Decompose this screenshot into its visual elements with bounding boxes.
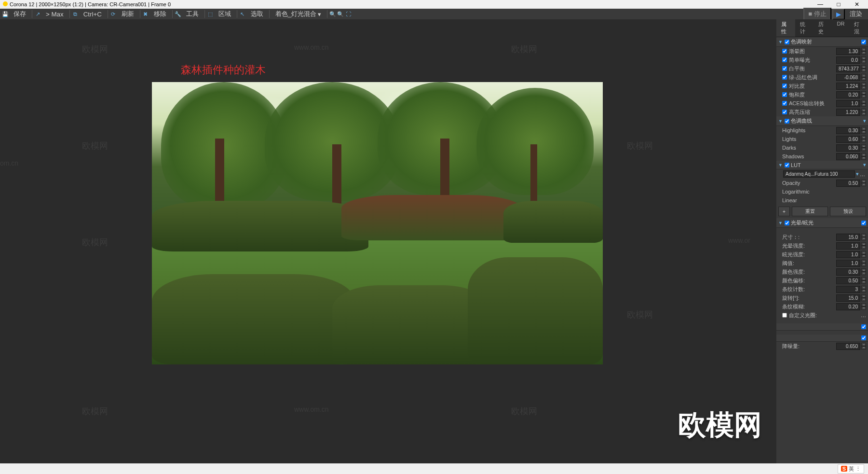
browse-button[interactable]: … [860,171,865,177]
section-curve[interactable]: ▼ 色调曲线 ▾ [776,116,868,126]
spinner-down[interactable]: ▾ [861,263,866,266]
prop-value[interactable]: -0.068 [836,74,860,81]
prop-checkbox[interactable] [782,66,787,71]
section-lut[interactable]: ▼ LUT ▾ [776,161,868,169]
prop-checkbox[interactable] [782,84,787,88]
reset-button[interactable]: 重置 [792,207,828,216]
spinner-up[interactable]: ▴ [861,277,866,280]
toggle-checkbox[interactable] [861,335,866,340]
spinner-down[interactable]: ▾ [861,237,866,240]
viewport[interactable]: 森林插件种的灌木 欧模网 www.om.cn 欧模网 欧模网 om.cn 欧模网… [0,19,776,463]
play-button[interactable]: ▶ [832,9,845,20]
spinner-down[interactable]: ▾ [861,298,866,301]
minimize-button[interactable]: — [812,0,828,8]
spinner-down[interactable]: ▾ [861,95,866,98]
spinner-up[interactable]: ▴ [861,109,866,112]
spinner-up[interactable]: ▴ [861,180,866,183]
stop-button[interactable]: ■ 停止 [803,8,831,20]
prop-value[interactable]: 0.060 [836,153,860,160]
prop-value[interactable]: 1.30 [836,48,860,55]
spinner-down[interactable]: ▾ [861,60,866,63]
spinner-down[interactable]: ▾ [861,156,866,160]
spinner-up[interactable]: ▴ [861,153,866,156]
chevron-down-icon[interactable]: ▾ [863,162,866,168]
spinner-up[interactable]: ▴ [861,127,866,130]
prop-checkbox[interactable] [782,49,787,54]
tab-lightmix[interactable]: 灯混 [849,19,868,37]
browse-button[interactable]: … [861,312,866,318]
section-bloom[interactable]: ▼ 光晕/眩光 [776,218,868,228]
spinner-up[interactable]: ▴ [861,294,866,298]
dropdown-icon[interactable]: ▾ [856,171,859,177]
prop-value[interactable]: 15.0 [836,234,860,241]
spinner-up[interactable]: ▴ [861,251,866,254]
select-button[interactable]: 选取 [247,10,267,18]
save-button[interactable]: 保存 [10,10,30,18]
spinner-up[interactable]: ▴ [861,268,866,272]
prop-value[interactable]: 0.20 [836,303,860,310]
prop-checkbox[interactable] [782,57,787,62]
spinner-up[interactable]: ▴ [861,303,866,307]
prop-value[interactable]: 0.30 [836,268,860,276]
spinner-up[interactable]: ▴ [861,65,866,69]
spinner-down[interactable]: ▾ [861,346,866,349]
colormix-dropdown[interactable]: 着色_灯光混合 ▾ [271,10,325,18]
prop-value[interactable]: 1.0 [836,242,860,250]
section-hidden1[interactable] [776,323,868,331]
spinner-down[interactable]: ▾ [861,77,866,81]
spinner-down[interactable]: ▾ [861,254,866,258]
spinner-down[interactable]: ▾ [861,103,866,107]
prop-value[interactable]: 1.224 [836,83,860,90]
zoom-fit-icon[interactable]: ⛶ [345,11,352,17]
prop-value[interactable]: 0.30 [836,144,860,152]
render-button[interactable]: 渲染 [846,10,866,18]
prop-value[interactable]: 0.20 [836,91,860,98]
spinner-down[interactable]: ▾ [861,51,866,55]
to-max-button[interactable]: > Max [42,10,68,18]
remove-button[interactable]: 移除 [150,10,170,18]
chevron-down-icon[interactable]: ▾ [863,118,866,124]
spinner-down[interactable]: ▾ [861,183,866,186]
prop-value[interactable]: 1.220 [836,109,860,116]
tools-button[interactable]: 工具 [182,10,203,18]
tonemap-toggle-checkbox[interactable] [861,40,866,44]
spinner-up[interactable]: ▴ [861,343,866,346]
tonemap-enable-checkbox[interactable] [785,40,789,44]
preset-button[interactable]: 预设 [830,207,866,216]
denoise-value[interactable]: 0.650 [836,343,860,350]
spinner-up[interactable]: ▴ [861,144,866,148]
lut-file-select[interactable]: Adanmq Aq...Futura 100 [783,170,855,178]
spinner-down[interactable]: ▾ [861,280,866,284]
prop-value[interactable]: 0.0 [836,56,860,64]
section-tonemap[interactable]: ▼ 色调映射 [776,37,868,47]
spinner-up[interactable]: ▴ [861,83,866,86]
spinner-up[interactable]: ▴ [861,242,866,246]
tab-stats[interactable]: 统计 [795,19,814,37]
spinner-up[interactable]: ▴ [861,91,866,95]
spinner-up[interactable]: ▴ [861,286,866,289]
prop-checkbox[interactable] [782,110,787,114]
close-button[interactable]: ✕ [849,0,865,8]
prop-value[interactable]: 1.0 [836,251,860,258]
ctrlc-button[interactable]: Ctrl+C [80,10,106,18]
zoom-out-icon[interactable]: 🔍 [329,11,336,17]
refresh-button[interactable]: 刷新 [118,10,138,18]
prop-checkbox[interactable] [782,75,787,80]
zoom-in-icon[interactable]: 🔍 [337,11,344,17]
custom-aperture-checkbox[interactable] [782,313,787,318]
spinner-down[interactable]: ▾ [861,246,866,249]
spinner-up[interactable]: ▴ [861,234,866,237]
prop-value[interactable]: 0.50 [836,277,860,284]
spinner-down[interactable]: ▾ [861,289,866,293]
spinner-up[interactable]: ▴ [861,56,866,60]
tab-properties[interactable]: 属性 [776,19,795,37]
region-button[interactable]: 区域 [215,10,235,18]
ime-indicator[interactable]: S 英 ⋮ [838,464,864,474]
spinner-down[interactable]: ▾ [861,139,866,142]
add-button[interactable]: + [778,207,790,216]
curve-enable-checkbox[interactable] [785,119,789,124]
lut-enable-checkbox[interactable] [785,163,789,167]
tab-history[interactable]: 历史 [814,19,832,37]
spinner-down[interactable]: ▾ [861,130,866,134]
prop-checkbox[interactable] [782,92,787,97]
